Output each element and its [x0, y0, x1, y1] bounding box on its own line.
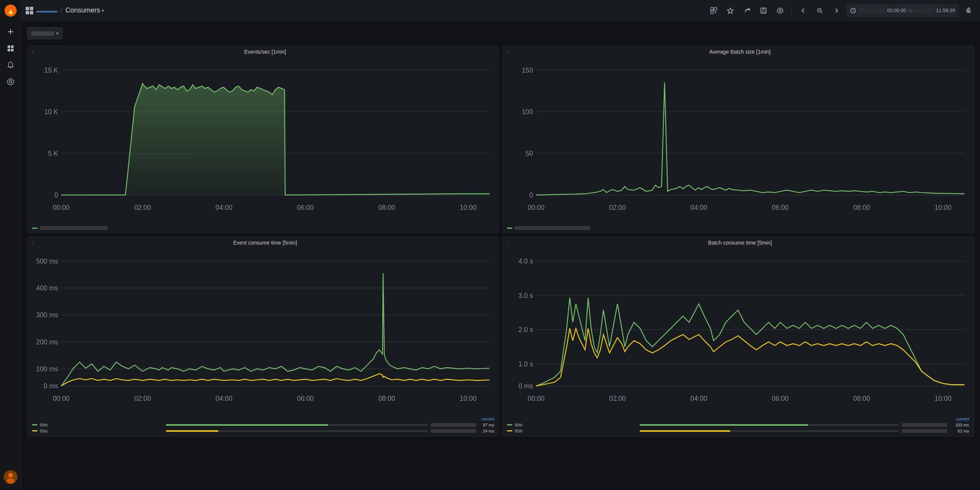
dashboard-grid: i Events/sec [1min] 15 K 10 K 5 K 0	[27, 45, 974, 437]
svg-rect-22	[762, 11, 765, 13]
sidebar: 🔥	[0, 0, 21, 490]
filter-caret: ▾	[56, 31, 59, 36]
sidebar-item-dashboards[interactable]	[3, 41, 18, 56]
svg-text:08:00: 08:00	[853, 395, 870, 402]
svg-text:400 ms: 400 ms	[36, 284, 58, 292]
svg-text:🔥: 🔥	[6, 6, 15, 15]
svg-text:08:00: 08:00	[378, 204, 395, 211]
svg-text:06:00: 06:00	[772, 395, 789, 402]
svg-text:3.0 s: 3.0 s	[518, 292, 533, 299]
svg-text:00:00: 00:00	[53, 204, 70, 211]
svg-text:00:00: 00:00	[528, 204, 545, 211]
svg-text:04:00: 04:00	[690, 204, 708, 211]
user-avatar[interactable]	[4, 470, 18, 484]
panel-avg-batch: i Average Batch size [1min]	[502, 45, 974, 233]
dashboard-settings-button[interactable]	[773, 4, 787, 18]
save-button[interactable]	[757, 4, 770, 18]
breadcrumb-path: ▬▬▬▬	[36, 8, 57, 14]
grafana-logo[interactable]: 🔥	[3, 3, 18, 18]
svg-point-12	[8, 473, 13, 477]
svg-text:0 ms: 0 ms	[43, 383, 58, 390]
svg-text:04:00: 04:00	[690, 395, 708, 402]
zoom-out-button[interactable]	[813, 4, 827, 18]
svg-text:10:00: 10:00	[460, 204, 477, 211]
add-panel-button[interactable]	[707, 4, 721, 18]
prev-time-button[interactable]	[796, 4, 810, 18]
panel-body-batch-consume: 4.0 s 3.0 s 2.0 s 1.0 s 0 ms 00:00 02:00…	[503, 247, 974, 415]
datasource-filter[interactable]: ▾	[27, 27, 63, 39]
panel-title-batch: Average Batch size [1min]	[511, 49, 969, 55]
svg-text:0: 0	[529, 191, 533, 199]
svg-rect-4	[8, 45, 10, 48]
current-label-event: current	[481, 417, 494, 421]
sidebar-item-settings[interactable]	[3, 74, 18, 89]
share-button[interactable]	[740, 4, 754, 18]
legend-item-batch	[507, 226, 590, 230]
svg-text:06:00: 06:00	[297, 204, 314, 211]
svg-text:02:00: 02:00	[134, 395, 151, 402]
svg-text:02:00: 02:00	[609, 395, 626, 402]
panel-info-icon-batch-consume[interactable]: i	[507, 241, 508, 245]
panel-body-event-consume: 500 ms 400 ms 300 ms 200 ms 100 ms 0 ms …	[27, 247, 499, 415]
svg-rect-14	[711, 8, 713, 10]
dashboard-grid-icon[interactable]	[26, 7, 33, 14]
panel-events-per-sec: i Events/sec [1min] 15 K 10 K 5 K 0	[27, 45, 499, 233]
panel-title-batch-consume: Batch consume time [5min]	[511, 240, 969, 246]
title-caret[interactable]: ▾	[102, 8, 104, 13]
svg-text:10:00: 10:00	[935, 395, 952, 402]
svg-point-23	[779, 10, 781, 11]
sidebar-item-add[interactable]	[3, 24, 18, 39]
svg-marker-19	[727, 8, 733, 14]
panel-header-batch-consume: i Batch consume time [5min]	[503, 237, 974, 247]
panel-info-icon-batch[interactable]: i	[507, 49, 508, 54]
legend-item	[32, 226, 108, 230]
svg-point-9	[10, 67, 11, 69]
svg-text:00:00: 00:00	[528, 395, 545, 402]
svg-line-29	[853, 11, 854, 11]
time-range-blurred2	[915, 8, 934, 13]
svg-text:300 ms: 300 ms	[36, 311, 58, 319]
svg-text:10:00: 10:00	[460, 395, 477, 402]
next-time-button[interactable]	[830, 4, 843, 18]
panel-header-events: i Events/sec [1min]	[27, 46, 499, 56]
panel-info-icon-event-consume[interactable]: i	[32, 241, 33, 245]
refresh-button[interactable]	[962, 4, 975, 18]
dashboard-title-area: ▬▬▬▬ / Consumers ▾	[36, 6, 104, 14]
time-range-picker[interactable]: 00:00:00 to 11:58:39	[846, 4, 959, 18]
legend-label-batch-99th: 99th	[515, 423, 526, 427]
legend-row-99th: 99th 97 ms	[32, 423, 494, 427]
svg-rect-21	[762, 8, 765, 10]
svg-text:06:00: 06:00	[297, 395, 314, 402]
svg-point-13	[7, 478, 14, 484]
svg-text:1.0 s: 1.0 s	[518, 360, 533, 368]
svg-rect-7	[11, 49, 14, 51]
main-content: ▬▬▬▬ / Consumers ▾	[21, 0, 980, 490]
svg-text:50: 50	[525, 150, 533, 157]
star-button[interactable]	[724, 4, 737, 18]
legend-value-batch-95th: 62 ms	[950, 429, 969, 433]
svg-text:0: 0	[54, 191, 58, 199]
svg-rect-5	[11, 45, 14, 48]
svg-text:15 K: 15 K	[44, 67, 58, 74]
svg-text:10 K: 10 K	[44, 108, 58, 116]
legend-value-95th: 24 ms	[479, 429, 494, 433]
panel-legend-events	[27, 225, 499, 233]
legend-row-batch-95th: 95th 62 ms	[507, 429, 969, 433]
event-consume-chart: 500 ms 400 ms 300 ms 200 ms 100 ms 0 ms …	[30, 249, 496, 414]
page-title: Consumers	[65, 6, 100, 14]
panel-batch-consume: i Batch consume time [5min] 4.0 s 3.0 s …	[502, 236, 974, 436]
batch-consume-chart: 4.0 s 3.0 s 2.0 s 1.0 s 0 ms 00:00 02:00…	[506, 249, 970, 414]
svg-text:02:00: 02:00	[134, 204, 151, 211]
svg-text:5 K: 5 K	[48, 150, 58, 157]
legend-bar-95th	[166, 430, 428, 432]
svg-marker-44	[61, 83, 490, 195]
panel-header-batch: i Average Batch size [1min]	[503, 46, 974, 56]
time-range-from: 00:00:00	[887, 8, 906, 13]
panel-info-icon[interactable]: i	[32, 49, 33, 54]
svg-line-25	[821, 12, 822, 13]
sidebar-item-alerting[interactable]	[3, 57, 18, 73]
svg-text:02:00: 02:00	[609, 204, 626, 211]
legend-bar-99th	[166, 424, 428, 426]
svg-text:100 ms: 100 ms	[36, 365, 58, 373]
svg-text:08:00: 08:00	[853, 204, 870, 211]
